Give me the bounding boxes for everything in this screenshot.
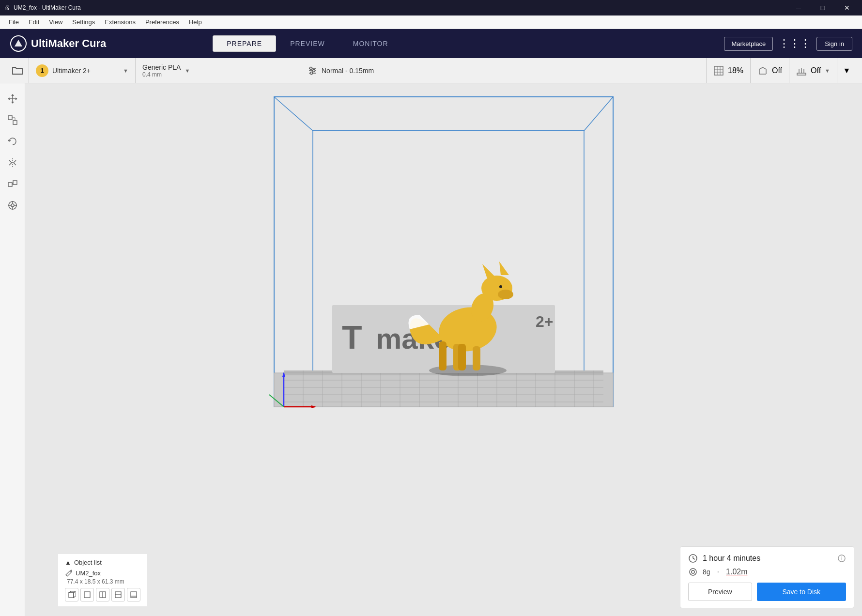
minimize-button[interactable]: ─ (787, 0, 810, 15)
material-selector[interactable]: Generic PLA 0.4 mm ▼ (136, 58, 300, 83)
support-section[interactable]: Off (750, 58, 789, 83)
svg-rect-19 (8, 183, 12, 186)
app-header: UltiMaker Cura PREPARE PREVIEW MONITOR M… (0, 29, 862, 58)
object-list-label: Object list (74, 559, 102, 566)
svg-line-31 (584, 97, 613, 131)
printer-badge: 1 (36, 64, 48, 77)
svg-rect-7 (714, 66, 723, 75)
tab-preview[interactable]: PREVIEW (276, 35, 339, 52)
marketplace-button[interactable]: Marketplace (724, 37, 773, 51)
rotate-icon (7, 136, 18, 147)
svg-point-5 (313, 69, 315, 72)
svg-point-69 (499, 285, 502, 288)
preview-button[interactable]: Preview (688, 583, 752, 601)
svg-rect-87 (131, 592, 137, 598)
titlebar: 🖨 UM2_fox - UltiMaker Cura ─ □ ✕ (0, 0, 862, 15)
settings-selector[interactable]: Normal - 0.15mm (300, 58, 706, 83)
material-chevron-icon: ▼ (185, 68, 190, 74)
material-info: Generic PLA 0.4 mm (142, 63, 181, 78)
svg-rect-73 (458, 344, 466, 370)
tab-prepare[interactable]: PREPARE (213, 35, 276, 52)
svg-rect-15 (13, 121, 17, 124)
printer-selector[interactable]: 1 Ultimaker 2+ ▼ (29, 58, 136, 83)
tool-merge[interactable] (3, 174, 22, 194)
nav-tabs: PREPARE PREVIEW MONITOR (213, 35, 402, 52)
svg-point-68 (498, 290, 513, 299)
printer-chevron-icon: ▼ (123, 68, 128, 74)
titlebar-title: UM2_fox - UltiMaker Cura (14, 4, 81, 11)
print-time: 1 hour 4 minutes (703, 554, 832, 563)
material-nozzle: 0.4 mm (142, 71, 181, 78)
chevron-down-icon: ▼ (843, 66, 851, 75)
support-icon (757, 65, 768, 76)
view-side-button[interactable] (96, 588, 109, 601)
svg-rect-79 (69, 593, 74, 598)
svg-rect-14 (8, 116, 12, 120)
grid-icon[interactable]: ⋮⋮⋮ (779, 37, 811, 50)
logo: UltiMaker Cura (10, 35, 106, 52)
save-to-disk-button[interactable]: Save to Disk (757, 583, 846, 601)
svg-line-30 (274, 97, 313, 131)
material-name: Generic PLA (142, 63, 181, 71)
object-list-header[interactable]: ▲ Object list (65, 559, 140, 566)
main-area: T maker 2+ (0, 83, 862, 616)
view-back-button[interactable] (111, 588, 125, 601)
object-item: UM2_fox (65, 569, 140, 577)
menu-edit[interactable]: Edit (24, 16, 44, 28)
expand-button[interactable]: ▼ (837, 58, 856, 83)
menu-settings[interactable]: Settings (67, 16, 100, 28)
menu-view[interactable]: View (44, 16, 67, 28)
tool-scale[interactable] (3, 110, 22, 130)
adhesion-label: Off (811, 66, 821, 75)
close-button[interactable]: ✕ (836, 0, 858, 15)
infill-section: 18% (706, 58, 750, 83)
tool-mirror[interactable] (3, 153, 22, 172)
collapse-icon: ▲ (65, 559, 71, 566)
adhesion-section[interactable]: Off ▼ (789, 58, 837, 83)
menu-help[interactable]: Help (184, 16, 207, 28)
svg-rect-82 (84, 592, 90, 598)
svg-text:i: i (841, 556, 842, 561)
svg-text:T: T (342, 319, 362, 355)
view-bottom-button[interactable] (127, 588, 140, 601)
header-right: Marketplace ⋮⋮⋮ Sign in (724, 37, 852, 51)
svg-text:2+: 2+ (536, 313, 553, 330)
maximize-button[interactable]: □ (812, 0, 834, 15)
3d-scene: T maker 2+ (235, 92, 652, 470)
tool-support[interactable] (3, 196, 22, 215)
object-view-icons (65, 588, 140, 601)
signin-button[interactable]: Sign in (816, 37, 852, 51)
perspective-cube-icon (68, 591, 76, 599)
filament-icon (688, 567, 698, 577)
viewport[interactable]: T maker 2+ (25, 83, 862, 616)
object-size: 77.4 x 18.5 x 61.3 mm (67, 578, 140, 585)
side-view-icon (99, 591, 107, 599)
tab-monitor[interactable]: MONITOR (339, 35, 402, 52)
svg-marker-81 (74, 591, 76, 598)
object-name: UM2_fox (76, 570, 101, 577)
menubar: File Edit View Settings Extensions Prefe… (0, 15, 862, 29)
object-list-panel: ▲ Object list UM2_fox 77.4 x 18.5 x 61.3… (58, 554, 147, 606)
view-front-button[interactable] (80, 588, 94, 601)
svg-rect-20 (13, 181, 17, 185)
adhesion-chevron-icon: ▼ (825, 68, 830, 74)
svg-rect-71 (473, 346, 480, 370)
view-perspective-button[interactable] (65, 588, 78, 601)
tool-rotate[interactable] (3, 132, 22, 151)
back-view-icon (114, 591, 122, 599)
tool-move[interactable] (3, 89, 22, 108)
info-icon[interactable]: i (837, 554, 846, 563)
svg-marker-67 (499, 262, 509, 275)
menu-extensions[interactable]: Extensions (100, 16, 140, 28)
support-label: Off (772, 66, 782, 75)
left-sidebar (0, 83, 25, 616)
svg-rect-35 (274, 373, 613, 407)
menu-file[interactable]: File (4, 16, 24, 28)
time-row: 1 hour 4 minutes i (688, 554, 846, 563)
svg-rect-13 (797, 73, 806, 75)
material-weight: 8g (703, 568, 710, 576)
menu-preferences[interactable]: Preferences (140, 16, 184, 28)
open-folder-button[interactable] (6, 58, 29, 83)
clock-icon (688, 554, 698, 563)
dot-separator: · (717, 568, 719, 576)
